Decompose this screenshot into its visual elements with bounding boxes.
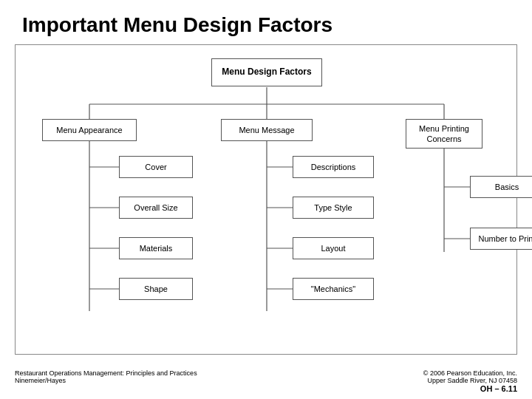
descriptions-box: Descriptions [293,156,374,178]
number-to-print-box: Number to Print [470,228,532,250]
oh-label: OH – 6.11 [423,384,517,393]
root-box: Menu Design Factors [211,58,322,86]
footer-right-line1: © 2006 Pearson Education, Inc. [423,369,517,377]
menu-message-box: Menu Message [221,119,313,141]
footer-right: © 2006 Pearson Education, Inc. Upper Sad… [423,369,517,393]
menu-appearance-box: Menu Appearance [42,119,137,141]
footer-left-line2: Ninemeier/Hayes [15,377,197,384]
diagram-container: Menu Design Factors Menu Appearance Menu… [15,44,517,355]
shape-box: Shape [119,278,193,300]
connector-lines [16,45,516,354]
mechanics-box: "Mechanics" [293,278,374,300]
footer: Restaurant Operations Management: Princi… [15,369,517,393]
materials-box: Materials [119,237,193,259]
footer-left: Restaurant Operations Management: Princi… [15,369,197,393]
page-title: Important Menu Design Factors [0,0,532,44]
layout-box: Layout [293,237,374,259]
footer-right-line2: Upper Saddle River, NJ 07458 [423,377,517,384]
overall-size-box: Overall Size [119,197,193,219]
basics-box: Basics [470,176,532,198]
cover-box: Cover [119,156,193,178]
type-style-box: Type Style [293,197,374,219]
footer-left-line1: Restaurant Operations Management: Princi… [15,369,197,377]
menu-printing-box: Menu Printing Concerns [406,119,482,149]
